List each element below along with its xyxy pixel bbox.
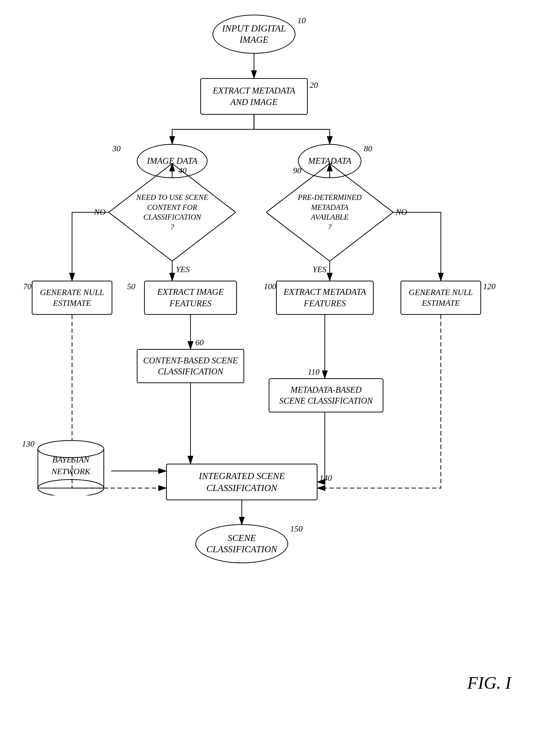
figure-label: FIG. I bbox=[467, 673, 511, 693]
integrated-scene-node: INTEGRATED SCENE CLASSIFICATION bbox=[166, 464, 317, 500]
generate-null-1-node: GENERATE NULL ESTIMATE bbox=[32, 281, 112, 315]
yes-label-2: YES bbox=[313, 265, 327, 274]
diamond-need-scene-node: NEED TO USE SCENECONTENT FORCLASSIFICATI… bbox=[109, 164, 236, 261]
input-digital-image-node: INPUT DIGITAL IMAGE bbox=[212, 15, 296, 54]
ref-20: 20 bbox=[310, 81, 318, 90]
no-label-1: NO bbox=[94, 208, 106, 217]
no-label-2: NO bbox=[396, 208, 407, 217]
ref-110: 110 bbox=[308, 367, 319, 376]
ref-30: 30 bbox=[112, 144, 121, 153]
extract-image-features-node: EXTRACT IMAGE FEATURES bbox=[144, 281, 237, 315]
bayesian-network-node: BAYESIANNETWORK bbox=[33, 439, 109, 496]
generate-null-2-node: GENERATE NULL ESTIMATE bbox=[401, 281, 481, 315]
svg-point-16 bbox=[38, 479, 104, 495]
ref-120: 120 bbox=[483, 282, 496, 291]
ref-60: 60 bbox=[195, 338, 204, 347]
ref-40: 40 bbox=[178, 166, 187, 175]
ref-80: 80 bbox=[364, 144, 372, 153]
ref-100: 100 bbox=[264, 282, 276, 291]
ref-90: 90 bbox=[293, 166, 301, 175]
diamond-metadata-available-node: PRE-DETERMINEDMETADATAAVAILABLE? bbox=[266, 164, 393, 261]
scene-classification-node: SCENE CLASSIFICATION bbox=[195, 524, 288, 563]
ref-50: 50 bbox=[127, 282, 135, 291]
extract-metadata-node: EXTRACT METADATA AND IMAGE bbox=[200, 78, 308, 115]
yes-label-1: YES bbox=[176, 265, 190, 274]
metadata-based-scene-node: METADATA-BASED SCENE CLASSIFICATION bbox=[269, 378, 383, 412]
ref-130: 130 bbox=[22, 439, 34, 448]
content-based-scene-node: CONTENT-BASED SCENE CLASSIFICATION bbox=[137, 349, 244, 383]
ref-150: 150 bbox=[290, 524, 303, 533]
flowchart-diagram: INPUT DIGITAL IMAGE 10 EXTRACT METADATA … bbox=[0, 0, 560, 737]
ref-10: 10 bbox=[297, 16, 306, 25]
ref-140: 140 bbox=[319, 473, 332, 483]
ref-70: 70 bbox=[23, 282, 32, 291]
extract-metadata-features-node: EXTRACT METADATA FEATURES bbox=[276, 281, 374, 315]
